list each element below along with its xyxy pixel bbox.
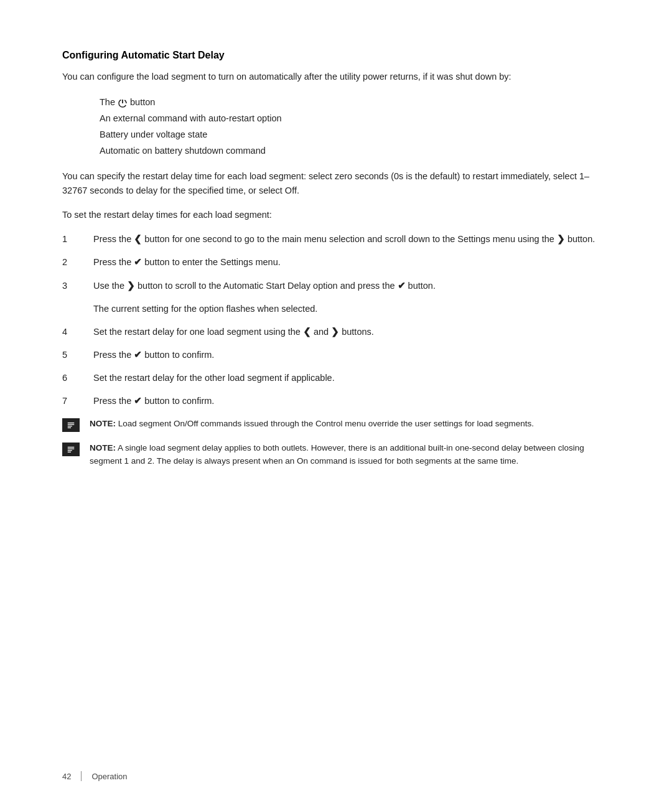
- note-text-1: NOTE: Load segment On/Off commands issue…: [90, 418, 534, 431]
- step-content-2: Press the ✔ button to enter the Settings…: [93, 255, 610, 269]
- step-num-1: 1: [62, 232, 93, 246]
- footer: 42 Operation: [62, 771, 610, 781]
- note-icon-img-2: [62, 443, 80, 456]
- bullet-item-2: An external command with auto-restart op…: [100, 110, 610, 126]
- numbered-list: 1 Press the ❮ button for one second to g…: [62, 232, 610, 409]
- page: Configuring Automatic Start Delay You ca…: [0, 0, 672, 806]
- step-content-5: Press the ✔ button to confirm.: [93, 348, 610, 362]
- step-num-5: 5: [62, 348, 93, 362]
- note-box-1: NOTE: Load segment On/Off commands issue…: [62, 418, 610, 432]
- step-num-3: 3: [62, 279, 93, 293]
- step-5: 5 Press the ✔ button to confirm.: [62, 348, 610, 362]
- checkmark-btn-2: ✔: [134, 257, 142, 267]
- left-arrow-btn: ❮: [134, 234, 142, 244]
- footer-section: Operation: [91, 772, 127, 781]
- step-content-7: Press the ✔ button to confirm.: [93, 394, 610, 408]
- footer-divider: [81, 771, 82, 781]
- left-arrow-btn-4: ❮: [303, 327, 311, 337]
- step-content-4: Set the restart delay for one load segme…: [93, 325, 610, 339]
- right-arrow-btn: ❯: [557, 234, 565, 244]
- step-3-subnote: The current setting for the option flash…: [93, 302, 610, 316]
- intro-paragraph-2: You can specify the restart delay time f…: [62, 169, 610, 198]
- note-icon-1: [62, 418, 85, 432]
- note-icon-img-1: [62, 418, 80, 432]
- step-4: 4 Set the restart delay for one load seg…: [62, 325, 610, 339]
- bullet-item-1: The button: [100, 94, 610, 110]
- checkmark-btn-3: ✔: [398, 281, 406, 291]
- step-content-6: Set the restart delay for the other load…: [93, 371, 610, 385]
- step-7: 7 Press the ✔ button to confirm.: [62, 394, 610, 408]
- note-label-2: NOTE:: [90, 443, 116, 452]
- step-3: 3 Use the ❯ button to scroll to the Auto…: [62, 279, 610, 293]
- footer-page-num: 42: [62, 772, 71, 781]
- checkmark-btn-7: ✔: [134, 396, 142, 406]
- power-icon: [118, 97, 128, 107]
- step-2: 2 Press the ✔ button to enter the Settin…: [62, 255, 610, 269]
- bullet-list: The button An external command with auto…: [100, 94, 610, 159]
- step-num-7: 7: [62, 394, 93, 408]
- step-6: 6 Set the restart delay for the other lo…: [62, 371, 610, 385]
- step-num-2: 2: [62, 255, 93, 269]
- step-1: 1 Press the ❮ button for one second to g…: [62, 232, 610, 246]
- step-num-6: 6: [62, 371, 93, 385]
- intro-paragraph-1: You can configure the load segment to tu…: [62, 70, 610, 84]
- right-arrow-btn-3: ❯: [127, 281, 135, 291]
- note-box-2: NOTE: A single load segment delay applie…: [62, 442, 610, 468]
- note-icon-2: [62, 442, 85, 456]
- bullet-item-4: Automatic on battery shutdown command: [100, 143, 610, 159]
- checkmark-btn-5: ✔: [134, 350, 142, 360]
- section-title: Configuring Automatic Start Delay: [62, 50, 610, 61]
- right-arrow-btn-4: ❯: [331, 327, 339, 337]
- intro-paragraph-3: To set the restart delay times for each …: [62, 208, 610, 222]
- step-content-3: Use the ❯ button to scroll to the Automa…: [93, 279, 610, 293]
- note-text-2: NOTE: A single load segment delay applie…: [90, 442, 610, 468]
- step-content-1: Press the ❮ button for one second to go …: [93, 232, 610, 246]
- bullet-item-3: Battery under voltage state: [100, 126, 610, 143]
- note-label-1: NOTE:: [90, 419, 116, 428]
- step-num-4: 4: [62, 325, 93, 339]
